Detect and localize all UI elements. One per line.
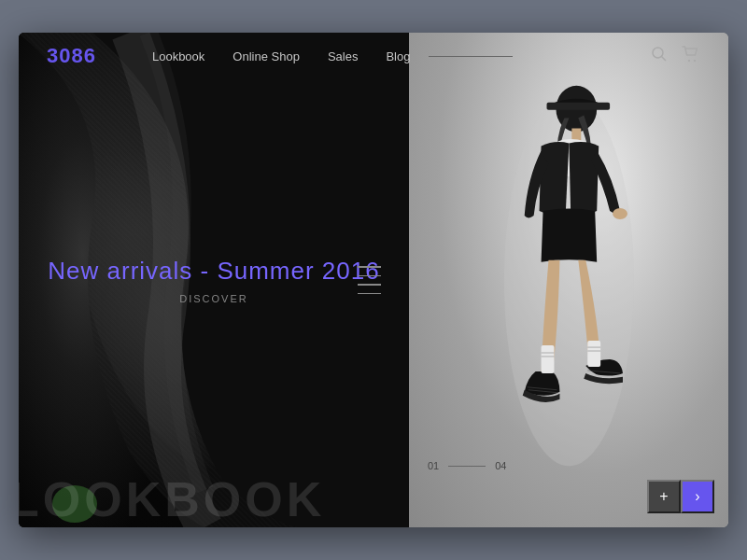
- menu-line-4: [358, 293, 381, 295]
- nav-sales[interactable]: Sales: [328, 49, 359, 63]
- logo[interactable]: 3086: [47, 44, 96, 68]
- nav-divider: [429, 56, 513, 57]
- svg-rect-13: [587, 341, 600, 367]
- svg-point-8: [613, 207, 627, 218]
- menu-line-1: [358, 266, 381, 268]
- main-content: New arrivals - Summer 2016 Discover LOOK…: [19, 33, 728, 527]
- svg-point-2: [688, 59, 690, 61]
- header-icons: [651, 46, 700, 67]
- page-current: 01: [428, 460, 439, 471]
- plus-button[interactable]: +: [647, 480, 681, 513]
- browser-window: 3086 Lookbook Online Shop Sales Blog: [19, 33, 728, 527]
- fashion-figure: [409, 33, 728, 527]
- menu-lines[interactable]: [358, 266, 381, 294]
- search-icon[interactable]: [651, 46, 668, 67]
- svg-point-3: [694, 59, 696, 61]
- nav-online-shop[interactable]: Online Shop: [233, 49, 300, 63]
- nav-blog[interactable]: Blog: [386, 49, 410, 63]
- svg-point-0: [653, 48, 663, 58]
- pagination: 01 04: [428, 460, 507, 471]
- svg-rect-12: [541, 345, 554, 373]
- menu-line-3: [358, 284, 381, 286]
- nav-lookbook[interactable]: Lookbook: [152, 49, 204, 63]
- nav: Lookbook Online Shop Sales Blog: [152, 49, 411, 63]
- hero-text-area: New arrivals - Summer 2016 Discover: [48, 257, 379, 304]
- header: 3086 Lookbook Online Shop Sales Blog: [19, 33, 728, 79]
- left-panel: New arrivals - Summer 2016 Discover LOOK…: [19, 33, 409, 527]
- right-panel: 01 04 + ›: [409, 33, 728, 527]
- hero-subtitle[interactable]: Discover: [48, 293, 379, 304]
- svg-line-1: [662, 56, 667, 61]
- arrow-buttons: + ›: [647, 480, 714, 513]
- menu-line-2: [358, 275, 381, 277]
- page-total: 04: [495, 460, 506, 471]
- svg-rect-6: [546, 102, 610, 109]
- lookbook-label: LOOKBOOK: [19, 471, 325, 527]
- cart-icon[interactable]: [682, 46, 700, 67]
- page-line: [448, 466, 486, 467]
- hero-title: New arrivals - Summer 2016: [48, 257, 379, 286]
- next-button[interactable]: ›: [681, 480, 714, 513]
